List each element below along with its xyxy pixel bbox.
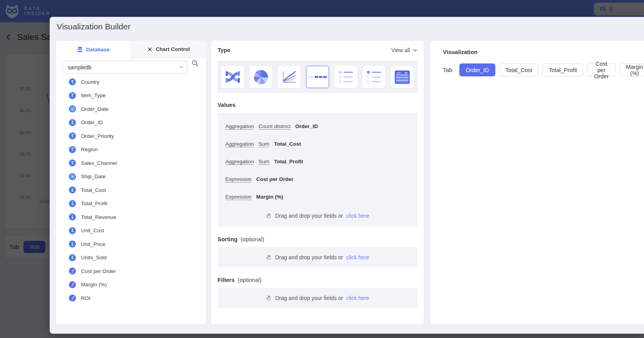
aggregation-kind-token[interactable]: Expression: [225, 176, 252, 182]
aggregation-function-token[interactable]: Sum: [259, 159, 270, 164]
field-item[interactable]: 1 Order_ID: [56, 116, 206, 130]
field-label: Order_Priority: [81, 133, 114, 139]
aggregation-kind-token[interactable]: Aggregation: [225, 159, 254, 164]
field-item[interactable]: 1 Total_Revenue: [56, 210, 206, 224]
click-here-link[interactable]: click here: [346, 295, 369, 301]
value-row: Aggregation Sum Total_Cost: [218, 135, 417, 153]
line-chart-icon: [281, 70, 297, 84]
field-label: Margin (%): [81, 282, 107, 287]
field-label: Units_Sold: [81, 255, 106, 260]
owl-logo-icon: [4, 2, 20, 20]
chart-type-tile-sankey[interactable]: [221, 66, 244, 88]
field-label: Unit_Price: [81, 241, 105, 247]
click-here-link[interactable]: click here: [346, 254, 369, 260]
field-item[interactable]: 1 Unit_Cost: [56, 224, 206, 238]
field-name: Margin (%): [256, 194, 283, 200]
field-item[interactable]: T Region: [56, 143, 206, 157]
viz-tab-button[interactable]: Order_ID: [459, 63, 495, 76]
function-field-icon: ƒ: [69, 268, 76, 275]
filters-dropzone[interactable]: Drag and drop your fields or click here: [218, 288, 417, 308]
tab-database-label: Database: [86, 47, 110, 52]
dashboard-button-label: D: [609, 6, 613, 13]
values-box: Aggregation Count distinct Order_ID Aggr…: [218, 113, 417, 227]
field-list: T Country T Item_Type Order_Date 1 Order…: [56, 75, 206, 305]
sorting-dropzone[interactable]: Drag and drop your fields or click here: [218, 247, 417, 268]
dashboard-grid-icon: [599, 6, 606, 13]
text-field-icon: T: [69, 92, 76, 99]
viz-tab-button[interactable]: Margin (%): [620, 63, 644, 76]
viz-tab-button[interactable]: Cost per Order: [587, 63, 616, 76]
text-field-icon: T: [69, 132, 76, 139]
field-item[interactable]: T Item_Type: [56, 89, 206, 103]
field-item[interactable]: Order_Date: [56, 102, 206, 116]
values-dropzone[interactable]: Drag and drop your fields or click here: [218, 206, 417, 226]
drag-hand-icon: [266, 213, 272, 219]
value-row: Aggregation Sum Total_Profit: [218, 153, 417, 170]
field-label: Total_Profit: [81, 201, 108, 206]
field-label: Order_ID: [81, 119, 103, 125]
chart-type-tile-radio-list[interactable]: [335, 66, 357, 88]
text-field-icon: T: [69, 146, 76, 153]
dashboard-button[interactable]: D: [594, 3, 644, 16]
field-label: Item_Type: [81, 92, 106, 98]
field-item[interactable]: 1 Units_Sold: [56, 251, 206, 265]
select-dropdown-icon: [395, 70, 410, 84]
function-field-icon: ƒ: [69, 295, 76, 302]
aggregation-function-token[interactable]: Sum: [259, 141, 270, 147]
chart-type-tile-select[interactable]: [391, 66, 414, 88]
field-item[interactable]: T Sales_Channel: [56, 156, 206, 170]
field-item[interactable]: Ship_Date: [56, 170, 206, 184]
text-field-icon: T: [69, 78, 76, 85]
chart-type-tile-checkbox-list[interactable]: [363, 66, 385, 88]
field-item[interactable]: ƒ Margin (%): [56, 278, 206, 292]
visualization-title: Visualization: [443, 49, 477, 55]
panel-tabs: Database Chart Control: [56, 41, 206, 58]
field-name: Cost per Order: [256, 176, 293, 182]
search-icon[interactable]: [191, 60, 199, 67]
field-item[interactable]: 1 Total_Cost: [56, 183, 206, 197]
aggregation-function-token[interactable]: Count distinct: [259, 123, 291, 129]
field-label: Region: [81, 146, 98, 152]
configuration-panel: Type View all: [211, 41, 424, 324]
field-label: Country: [81, 79, 99, 85]
viz-tab-label: Tab: [443, 67, 452, 73]
value-row: Expression Cost per Order: [218, 170, 417, 188]
view-all-label: View all: [391, 47, 410, 53]
number-field-icon: 1: [69, 119, 76, 126]
chart-type-strip: Tab: [218, 61, 417, 93]
aggregation-kind-token[interactable]: Aggregation: [225, 141, 254, 147]
tab-chart-control[interactable]: Chart Control: [131, 41, 206, 58]
tab-database[interactable]: Database: [56, 41, 131, 58]
field-item[interactable]: ƒ Cost per Order: [56, 264, 206, 278]
radio-list-icon: [339, 71, 353, 83]
database-select[interactable]: sampledb: [63, 61, 188, 74]
chart-type-tile-line[interactable]: [278, 66, 300, 88]
view-all-button[interactable]: View all: [391, 47, 417, 53]
brand-text: DATA INSIDER: [24, 6, 50, 16]
tab-chart-control-label: Chart Control: [156, 46, 190, 52]
field-name: Total_Profit: [274, 159, 303, 164]
aggregation-kind-token[interactable]: Expression: [225, 194, 252, 200]
click-here-link[interactable]: click here: [346, 213, 369, 219]
drag-hand-icon: [266, 295, 272, 301]
chart-type-tile-tab[interactable]: Tab: [306, 66, 329, 88]
visualization-panel: Visualization Tab Order_IDTotal_CostTota…: [430, 41, 644, 324]
brand: DATA INSIDER: [4, 2, 50, 20]
field-name: Total_Cost: [274, 141, 301, 147]
viz-tab-button[interactable]: Total_Cost: [499, 63, 539, 76]
dropzone-text: Drag and drop your fields or: [275, 254, 343, 260]
chart-type-tile-pie[interactable]: [250, 66, 272, 88]
field-item[interactable]: 1 Unit_Price: [56, 237, 206, 251]
field-item[interactable]: T Order_Priority: [56, 129, 206, 143]
field-item[interactable]: ƒ ROI: [56, 291, 206, 305]
number-field-icon: 1: [69, 227, 76, 234]
field-item[interactable]: T Country: [56, 75, 206, 89]
field-label: Sales_Channel: [81, 160, 117, 166]
value-row: Expression Margin (%): [218, 188, 417, 206]
viz-tab-button[interactable]: Total_Profit: [542, 63, 583, 76]
field-item[interactable]: 1 Total_Profit: [56, 197, 206, 211]
aggregation-kind-token[interactable]: Aggregation: [225, 123, 254, 129]
number-field-icon: 1: [69, 254, 76, 261]
field-label: Order_Date: [81, 106, 109, 112]
filters-section-title: Filters (optional): [218, 277, 261, 283]
